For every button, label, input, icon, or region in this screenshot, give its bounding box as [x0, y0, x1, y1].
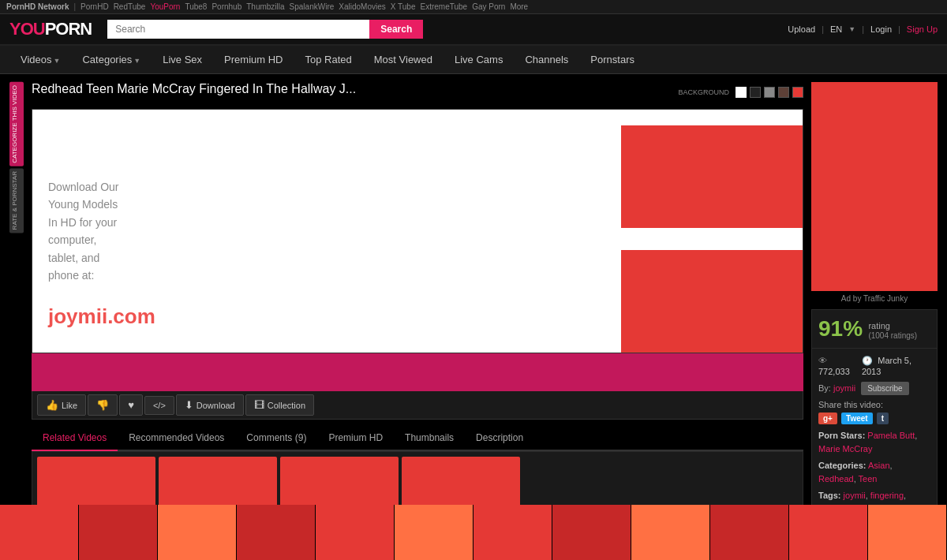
network-link-more[interactable]: More [510, 2, 528, 11]
background-selector: BACKGROUND [678, 87, 803, 98]
logo[interactable]: YOUPORN [9, 19, 92, 39]
bottom-thumb-12[interactable] [868, 505, 947, 560]
collection-icon: 🎞 [254, 399, 264, 411]
tab-thumbnails[interactable]: Thumbnails [394, 426, 465, 451]
tab-comments[interactable]: Comments (9) [235, 426, 317, 451]
thumbs-up-icon: 👍 [46, 399, 58, 411]
bg-swatch-red[interactable] [792, 87, 803, 98]
dislike-button[interactable]: 👎 [88, 394, 118, 416]
like-button[interactable]: 👍 Like [37, 394, 86, 416]
bottom-thumb-6[interactable] [395, 505, 474, 560]
category-link-3[interactable]: Teen [859, 474, 878, 483]
pornstar-link-2[interactable]: Marie McCray [818, 444, 872, 454]
network-link-youporn[interactable]: YouPorn [150, 2, 180, 11]
nav-channels[interactable]: Channels [514, 46, 579, 73]
network-link-pornhub[interactable]: Pornhub [211, 2, 241, 11]
embed-button[interactable]: </> [144, 396, 174, 415]
bottom-thumb-8[interactable] [552, 505, 631, 560]
tags-label: Tags: [818, 491, 841, 500]
nav-top-rated[interactable]: Top Rated [294, 46, 363, 73]
download-icon: ⬇ [185, 399, 193, 411]
network-link-extremetube[interactable]: ExtremeTube [420, 2, 467, 11]
bottom-thumb-2[interactable] [79, 505, 158, 560]
signup-link[interactable]: Sign Up [907, 24, 938, 34]
bg-swatch-brown[interactable] [778, 87, 789, 98]
bottom-thumb-10[interactable] [710, 505, 789, 560]
subscribe-button[interactable]: Subscribe [861, 382, 908, 395]
nav-categories[interactable]: Categories▼ [71, 46, 152, 73]
bottom-thumb-4[interactable] [237, 505, 316, 560]
pornstar-link-1[interactable]: Pamela Butt [867, 431, 915, 440]
bottom-thumb-1[interactable] [0, 505, 79, 560]
network-bar: PornHD Network | PornHD RedTube YouPorn … [0, 0, 947, 14]
bottom-thumb-11[interactable] [789, 505, 868, 560]
header-right: Upload | EN ▼ | Login | Sign Up [788, 24, 938, 34]
author-link[interactable]: joymii [833, 383, 855, 393]
bottom-thumb-9[interactable] [631, 505, 710, 560]
ad-red-block-2 [621, 125, 803, 228]
network-link-xtube2[interactable]: X Tube [391, 2, 416, 11]
collection-button[interactable]: 🎞 Collection [245, 394, 314, 416]
network-link-thumbzilla[interactable]: Thumbzilla [246, 2, 284, 11]
ad-text: Download Our Young Models In HD for your… [48, 178, 119, 284]
left-sidebar: CATEGORIZE THIS VIDEO RATE & PORNSTAR [9, 82, 24, 560]
ad-red-block-3 [621, 250, 803, 353]
logo-you: YOU [9, 19, 45, 39]
nav-pornstars[interactable]: Pornstars [579, 46, 646, 73]
bg-swatch-gray[interactable] [764, 87, 775, 98]
nav-live-cams[interactable]: Live Cams [444, 46, 514, 73]
network-link-xtube[interactable]: XalidoMovies [339, 2, 385, 11]
right-sidebar: Ad by Traffic Junky 91% rating (1004 rat… [811, 82, 938, 560]
content: CATEGORIZE THIS VIDEO RATE & PORNSTAR Re… [0, 74, 947, 560]
search-form: Search [107, 20, 423, 39]
bottom-thumb-7[interactable] [474, 505, 552, 560]
upload-link[interactable]: Upload [788, 24, 815, 34]
video-player[interactable]: Download Our Young Models In HD for your… [32, 109, 803, 353]
rating-percent: 91% [818, 316, 863, 342]
action-bar: 👍 Like 👎 ♥ </> ⬇ Download 🎞 Collection [32, 391, 803, 420]
nav-premium-hd[interactable]: Premium HD [213, 46, 294, 73]
network-link-pornhd[interactable]: PornHD [80, 2, 109, 11]
download-button[interactable]: ⬇ Download [176, 394, 244, 416]
rating-count: (1004 ratings) [868, 331, 917, 340]
bg-swatch-dark[interactable] [750, 87, 761, 98]
video-tabs: Related Videos Recommended Videos Commen… [32, 426, 803, 451]
ad-joymii: joymii.com [48, 304, 155, 329]
tab-premium-hd[interactable]: Premium HD [317, 426, 394, 451]
bg-label: BACKGROUND [678, 88, 729, 96]
tab-recommended-videos[interactable]: Recommended Videos [118, 426, 235, 451]
header: YOUPORN Search Upload | EN ▼ | Login | S… [0, 14, 947, 46]
video-ad: Download Our Young Models In HD for your… [32, 110, 803, 353]
twitter-share-button[interactable]: Tweet [841, 413, 873, 424]
bg-swatch-white[interactable] [736, 87, 747, 98]
favorite-button[interactable]: ♥ [119, 394, 143, 416]
categorize-tab[interactable]: CATEGORIZE THIS VIDEO [9, 82, 24, 166]
nav-videos[interactable]: Videos▼ [9, 46, 71, 73]
bottom-thumb-3[interactable] [158, 505, 237, 560]
nav-most-viewed[interactable]: Most Viewed [363, 46, 444, 73]
search-input[interactable] [107, 20, 369, 39]
network-link-redtube[interactable]: RedTube [114, 2, 146, 11]
by-row: By: joymii Subscribe [818, 382, 930, 395]
tumblr-share-button[interactable]: t [877, 413, 889, 424]
main-nav: Videos▼ Categories▼ Live Sex Premium HD … [0, 46, 947, 74]
google-share-button[interactable]: g+ [818, 413, 837, 424]
category-link-1[interactable]: Asian [868, 461, 890, 470]
rate-tab[interactable]: RATE & PORNSTAR [9, 168, 24, 233]
ad-box[interactable] [811, 82, 938, 291]
bottom-thumb-5[interactable] [316, 505, 395, 560]
network-link-spankwire[interactable]: SpalankWire [290, 2, 335, 11]
login-link[interactable]: Login [870, 24, 892, 34]
network-link-gayporn[interactable]: Gay Porn [472, 2, 505, 11]
network-link-tube8[interactable]: Tube8 [185, 2, 207, 11]
tab-related-videos[interactable]: Related Videos [32, 426, 118, 451]
search-button[interactable]: Search [369, 20, 423, 39]
categories-row: Categories: Asian, Redhead, Teen [818, 459, 930, 485]
category-link-2[interactable]: Redhead [818, 474, 854, 483]
tag-1[interactable]: joymii [844, 491, 866, 500]
language-selector[interactable]: EN [830, 24, 842, 34]
tag-2[interactable]: fingering [870, 491, 904, 500]
nav-live-sex[interactable]: Live Sex [152, 46, 213, 73]
network-sep: | [73, 2, 76, 11]
tab-description[interactable]: Description [465, 426, 534, 451]
